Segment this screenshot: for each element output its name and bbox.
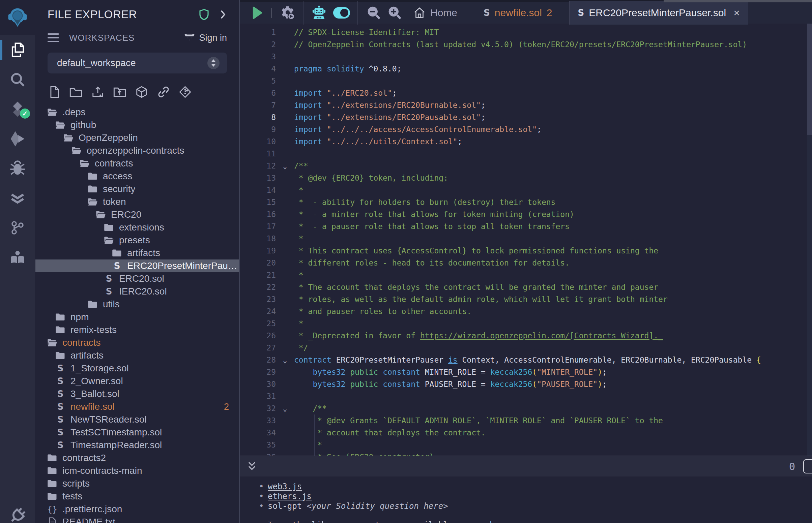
tree-row[interactable]: SERC20PresetMinterPauser... <box>35 259 239 272</box>
code-line[interactable]: 11 <box>240 148 807 160</box>
tree-row[interactable]: artifacts <box>35 247 239 259</box>
tree-row[interactable]: contracts2 <box>35 452 239 464</box>
library-link[interactable]: ethers.js <box>268 492 312 501</box>
code-line[interactable]: 33 * @dev Grants `DEFAULT_ADMIN_ROLE`, `… <box>240 414 807 427</box>
code-line[interactable]: 35 * <box>240 439 807 451</box>
tree-row[interactable]: presets <box>35 234 239 247</box>
code-line[interactable]: 29 bytes32 public constant MINTER_ROLE =… <box>240 366 807 378</box>
tree-row[interactable]: README.txt <box>35 516 239 523</box>
code-line[interactable]: 10import "../../../utils/Context.sol"; <box>240 136 807 148</box>
sidebar-item-unit-testing[interactable] <box>0 183 35 213</box>
code-line[interactable]: 36 * See {ERC20-constructor}. <box>240 451 807 456</box>
tree-row[interactable]: S2_Owner.sol <box>35 375 239 387</box>
shield-icon[interactable] <box>199 8 209 21</box>
workspace-select[interactable]: default_workspace <box>48 53 227 73</box>
tree-row[interactable]: security <box>35 183 239 196</box>
ai-copilot-toggle[interactable] <box>333 7 350 19</box>
code-editor[interactable]: 1// SPDX-License-Identifier: MIT2// Open… <box>240 23 807 456</box>
clone-git-icon[interactable] <box>179 86 191 98</box>
tree-row[interactable]: token <box>35 196 239 208</box>
fold-chevron-icon[interactable]: ⌄ <box>276 160 294 172</box>
code-line[interactable]: 27 */ <box>240 342 807 354</box>
editor-scrollbar[interactable] <box>807 23 812 456</box>
tree-row[interactable]: SNewTSReader.sol <box>35 413 239 426</box>
tree-row[interactable]: npm <box>35 311 239 324</box>
tree-row[interactable]: contracts <box>35 336 239 349</box>
code-line[interactable]: 14 * <box>240 184 807 196</box>
tree-row[interactable]: S1_Storage.sol <box>35 362 239 375</box>
code-line[interactable]: 1// SPDX-License-Identifier: MIT <box>240 26 807 38</box>
zoom-out-button[interactable] <box>366 5 381 20</box>
tree-row[interactable]: S3_Ballot.sol <box>35 387 239 400</box>
new-folder-icon[interactable] <box>69 86 83 98</box>
link-remixd-icon[interactable] <box>157 86 170 98</box>
code-line[interactable]: 22 * The account that deploys the contra… <box>240 281 807 293</box>
tree-row[interactable]: scripts <box>35 477 239 490</box>
tree-row[interactable]: utils <box>35 298 239 311</box>
code-line[interactable]: 17 * - a pauser role that allows to stop… <box>240 220 807 233</box>
tree-row[interactable]: STestSCTimestamp.sol <box>35 426 239 439</box>
workspaces-menu-icon[interactable] <box>48 33 59 42</box>
sidebar-item-debugger[interactable] <box>0 154 35 183</box>
tree-row[interactable]: contracts <box>35 157 239 170</box>
tree-row[interactable]: SERC20.sol <box>35 272 239 285</box>
tab-home[interactable]: Home <box>405 1 465 24</box>
run-config-button[interactable] <box>280 5 295 21</box>
upload-file-icon[interactable] <box>91 86 104 98</box>
sidebar-item-git[interactable] <box>0 213 35 242</box>
tree-row[interactable]: github <box>35 119 239 131</box>
code-line[interactable]: 20 * different roles - head to its docum… <box>240 257 807 269</box>
terminal-search-input[interactable] <box>803 459 812 473</box>
tree-row[interactable]: ERC20 <box>35 208 239 221</box>
code-line[interactable]: 21 * <box>240 269 807 281</box>
code-line[interactable]: 19 * This contract uses {AccessControl} … <box>240 245 807 257</box>
tree-row[interactable]: SIERC20.sol <box>35 285 239 298</box>
tab-newfile[interactable]: S newfile.sol 2 <box>475 1 561 24</box>
code-line[interactable]: 34 * account that deploys the contract. <box>240 427 807 439</box>
tree-row[interactable]: artifacts <box>35 349 239 362</box>
tree-row[interactable]: Snewfile.sol2 <box>35 400 239 413</box>
code-line[interactable]: 26 * _Deprecated in favor of https://wiz… <box>240 329 807 342</box>
code-line[interactable]: 7import "../extensions/ERC20Burnable.sol… <box>240 99 807 111</box>
code-line[interactable]: 31 <box>240 390 807 402</box>
upload-folder-icon[interactable] <box>113 86 126 98</box>
zoom-in-button[interactable] <box>387 5 402 20</box>
code-line[interactable]: 15 * - ability for holders to burn (dest… <box>240 196 807 208</box>
code-line[interactable]: 18 * <box>240 233 807 245</box>
scrollbar-thumb[interactable] <box>807 23 812 135</box>
tree-row[interactable]: openzeppelin-contracts <box>35 144 239 157</box>
sidebar-item-plugin-manager[interactable] <box>0 506 35 523</box>
tree-row[interactable]: .deps <box>35 106 239 119</box>
new-file-icon[interactable] <box>49 86 60 98</box>
run-script-button[interactable] <box>251 6 263 19</box>
code-line[interactable]: 32⌄ /** <box>240 402 807 414</box>
tree-row[interactable]: icm-contracts-main <box>35 464 239 477</box>
sidebar-item-search[interactable] <box>0 65 35 94</box>
code-line[interactable]: 5 <box>240 75 807 87</box>
sidebar-item-deploy-and-run[interactable] <box>0 124 35 154</box>
github-sign-in-button[interactable]: Sign in <box>183 32 227 43</box>
tab-erc20-preset-minter-pauser[interactable]: S ERC20PresetMinterPauser.sol × <box>570 1 748 24</box>
terminal-line[interactable]: •ethers.js <box>259 492 812 501</box>
code-line[interactable]: 25 * <box>240 318 807 329</box>
sidebar-item-solidity-compiler[interactable]: ✓ <box>0 94 35 124</box>
code-line[interactable]: 28⌄contract ERC20PresetMinterPauser is C… <box>240 354 807 366</box>
fold-chevron-icon[interactable]: ⌄ <box>276 403 294 415</box>
code-line[interactable]: 16 * - a minter role that allows for tok… <box>240 208 807 220</box>
tree-row[interactable]: STimestampReader.sol <box>35 439 239 452</box>
terminal-line[interactable]: •web3.js <box>259 482 812 492</box>
code-line[interactable]: 8import "../extensions/ERC20Pausable.sol… <box>240 111 807 123</box>
fold-chevron-icon[interactable]: ⌄ <box>276 354 294 366</box>
code-line[interactable]: 24 * and pauser roles to other accounts. <box>240 305 807 318</box>
code-line[interactable]: 13 * @dev {ERC20} token, including: <box>240 172 807 184</box>
code-line[interactable]: 23 * roles, as well as the default admin… <box>240 293 807 305</box>
sidebar-item-file-explorer[interactable] <box>0 35 35 65</box>
code-line[interactable]: 4pragma solidity ^0.8.0; <box>240 63 807 75</box>
code-line[interactable]: 6import "../ERC20.sol"; <box>240 87 807 99</box>
library-link[interactable]: web3.js <box>268 482 302 491</box>
close-tab-icon[interactable]: × <box>734 7 740 18</box>
remix-logo[interactable] <box>0 0 35 35</box>
tree-row[interactable]: access <box>35 170 239 183</box>
chevron-right-icon[interactable] <box>219 9 227 20</box>
sidebar-item-learneth[interactable] <box>0 242 35 272</box>
